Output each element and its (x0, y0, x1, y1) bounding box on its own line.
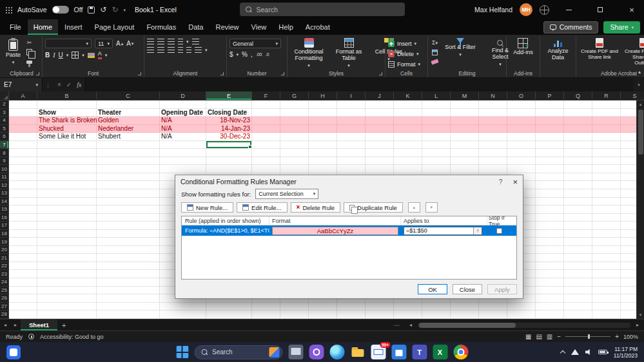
cell-A21[interactable] (9, 254, 37, 262)
cell-C22[interactable] (97, 262, 160, 271)
tab-review[interactable]: Review (210, 19, 244, 35)
zoom-slider-thumb[interactable] (588, 334, 590, 339)
cell-K7[interactable] (394, 141, 422, 149)
cell-B5[interactable]: Shucked (37, 125, 97, 133)
cell-I6[interactable] (337, 133, 366, 141)
format-as-table-button[interactable]: Format as Table ▾ (330, 37, 367, 69)
cell-N2[interactable] (479, 100, 507, 109)
column-header-B[interactable]: B (37, 91, 97, 100)
next-sheet-icon[interactable]: ▸ (10, 322, 21, 328)
borders-button[interactable] (72, 52, 79, 59)
cell-J27[interactable] (366, 303, 394, 311)
normal-view-button[interactable]: ▦ (525, 333, 531, 340)
cell-I8[interactable] (337, 149, 366, 157)
cell-Q7[interactable] (564, 141, 592, 149)
cell-R28[interactable] (592, 310, 621, 319)
comments-button[interactable]: Comments (543, 21, 599, 33)
cell-A7[interactable] (9, 141, 37, 149)
cell-L3[interactable] (422, 109, 451, 117)
row-header-18[interactable]: 18 (0, 230, 9, 238)
delete-rule-button[interactable]: ×Delete Rule (291, 202, 340, 213)
redo-icon[interactable]: ↻ (112, 5, 118, 14)
hscroll-right-icon[interactable]: ▸ (632, 322, 643, 328)
cell-R14[interactable] (592, 198, 621, 206)
cell-R7[interactable] (592, 141, 621, 149)
insert-function-icon[interactable]: fx (77, 81, 81, 88)
cell-C18[interactable] (97, 230, 160, 238)
wrap-text-button[interactable] (192, 39, 199, 44)
page-break-view-button[interactable]: ▥ (547, 333, 552, 340)
cell-Q18[interactable] (564, 230, 592, 238)
column-header-G[interactable]: G (280, 91, 309, 100)
scroll-down-icon[interactable]: ▾ (639, 311, 642, 319)
cell-H5[interactable] (309, 125, 337, 133)
cell-J9[interactable] (366, 157, 394, 166)
cell-R22[interactable] (592, 262, 621, 271)
cell-A24[interactable] (9, 278, 37, 287)
cell-J10[interactable] (366, 165, 394, 173)
fill-color-button[interactable] (88, 53, 95, 58)
cell-B13[interactable] (37, 189, 97, 198)
align-center-button[interactable] (157, 47, 164, 53)
cell-A18[interactable] (9, 230, 37, 238)
row-header-21[interactable]: 21 (0, 254, 9, 262)
comma-style-button[interactable]: , (251, 51, 253, 58)
cell-B12[interactable] (37, 181, 97, 189)
row-header-16[interactable]: 16 (0, 214, 9, 222)
row-header-6[interactable]: 6 (0, 133, 9, 141)
cell-C14[interactable] (97, 198, 160, 206)
cell-B10[interactable] (37, 165, 97, 173)
cell-J5[interactable] (366, 125, 394, 133)
cell-L27[interactable] (422, 303, 451, 311)
edit-rule-button[interactable]: Edit Rule... (237, 202, 287, 213)
cell-B4[interactable]: The Shark is Broken (37, 117, 97, 125)
scope-select[interactable]: Current Selection▾ (255, 189, 318, 199)
cell-D7[interactable] (160, 141, 206, 149)
cell-C4[interactable]: Golden (97, 117, 160, 125)
cell-J6[interactable] (366, 133, 394, 141)
cell-R23[interactable] (592, 270, 621, 278)
cell-A19[interactable] (9, 238, 37, 246)
orientation-button[interactable] (178, 39, 183, 44)
cell-C17[interactable] (97, 222, 160, 230)
cell-P15[interactable] (536, 205, 564, 214)
row-header-13[interactable]: 13 (0, 189, 9, 198)
volume-icon[interactable] (585, 349, 592, 356)
applies-to-input[interactable]: =$1:$50↑ (404, 227, 482, 235)
cell-Q23[interactable] (564, 270, 592, 278)
accounting-format-button[interactable]: $ (229, 51, 233, 58)
cell-O6[interactable] (507, 133, 536, 141)
cell-F7[interactable] (252, 141, 280, 149)
zoom-slider[interactable] (565, 336, 610, 337)
row-header-25[interactable]: 25 (0, 287, 9, 295)
alignment-dialog-launcher[interactable] (220, 72, 224, 75)
cell-C11[interactable] (97, 173, 160, 182)
cell-J2[interactable] (366, 100, 394, 109)
column-header-L[interactable]: L (422, 91, 451, 100)
column-header-D[interactable]: D (160, 91, 206, 100)
cell-L8[interactable] (422, 149, 451, 157)
cell-C9[interactable] (97, 157, 160, 166)
taskbar-search-box[interactable]: Search (194, 345, 282, 359)
number-dialog-launcher[interactable] (281, 72, 284, 75)
cell-F6[interactable] (252, 133, 280, 141)
shrink-font-button[interactable]: A▾ (126, 40, 133, 47)
cell-B24[interactable] (37, 278, 97, 287)
cell-R13[interactable] (592, 189, 621, 198)
cell-L5[interactable] (422, 125, 451, 133)
sort-filter-button[interactable]: Sort & Filter ▾ (442, 37, 479, 58)
cell-R25[interactable] (592, 287, 621, 295)
tab-home[interactable]: Home (28, 19, 58, 35)
cell-J8[interactable] (366, 149, 394, 157)
more-icon[interactable]: ⋯ (390, 322, 404, 329)
cell-N8[interactable] (479, 149, 507, 157)
cell-R27[interactable] (592, 303, 621, 311)
cell-R21[interactable] (592, 254, 621, 262)
battery-icon[interactable] (598, 350, 607, 354)
cell-I3[interactable] (337, 109, 366, 117)
cell-G28[interactable] (280, 310, 309, 319)
column-header-A[interactable]: A (9, 91, 37, 100)
mail-icon[interactable]: 99+ (371, 345, 385, 359)
cell-Q26[interactable] (564, 294, 592, 303)
cell-A26[interactable] (9, 294, 37, 303)
